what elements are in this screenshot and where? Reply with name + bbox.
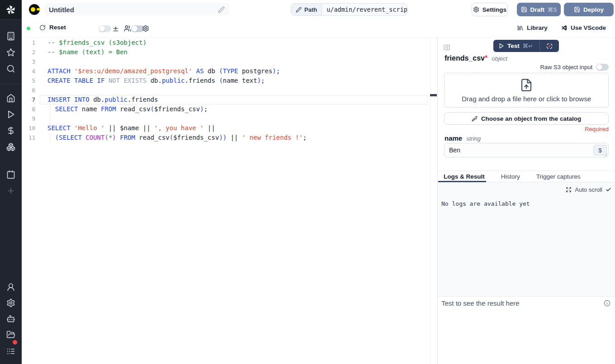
test-label: Test <box>507 43 520 49</box>
autoscroll-control[interactable]: Auto scroll <box>566 186 611 193</box>
raw-s3-row: Raw S3 object input <box>540 64 609 71</box>
tab-trigger-captures[interactable]: Trigger captures <box>536 173 581 180</box>
line-number: 2 <box>22 47 40 57</box>
arg-name-header: name string <box>445 134 481 142</box>
sidebar-item-ai-bot[interactable] <box>6 314 15 323</box>
required-badge: Required <box>585 126 609 132</box>
code-line-3[interactable]: 3 <box>22 57 430 66</box>
sidebar <box>0 0 22 364</box>
name-input[interactable] <box>445 143 589 157</box>
code-line-2[interactable]: 2-- $name (text) = Ben <box>22 47 430 57</box>
refresh-icon <box>39 24 46 31</box>
resize-grip-icon[interactable] <box>603 152 608 157</box>
pencil-icon <box>296 7 302 13</box>
file-dropzone[interactable]: Drag and drop a file here or click to br… <box>444 73 609 108</box>
logs-pane: Auto scroll No logs are available yet <box>438 182 615 296</box>
sidebar-item-folders[interactable] <box>6 330 15 339</box>
sidebar-item-resources-boxes[interactable] <box>6 142 15 151</box>
line-content <box>40 85 47 95</box>
library-button[interactable]: Library <box>517 24 548 31</box>
deploy-button[interactable]: Deploy <box>564 3 614 16</box>
sidebar-item-user[interactable] <box>6 283 15 292</box>
arg-type: string <box>466 135 481 142</box>
name-input-wrap: $ <box>444 143 609 157</box>
code-line-4[interactable]: 4ATTACH '$res:u/demo/amazed_postgresql' … <box>22 66 430 76</box>
sidebar-item-add-plus[interactable] <box>6 186 15 195</box>
script-title-field[interactable]: Untitled <box>44 3 229 16</box>
notification-dot <box>12 339 18 345</box>
check-icon <box>606 187 611 193</box>
code-line-11[interactable]: 11 (SELECT COUNT(*) FROM read_csv($frien… <box>22 133 430 142</box>
code-line-5[interactable]: 5CREATE TABLE IF NOT EXISTS db.public.fr… <box>22 76 430 85</box>
users-icon[interactable] <box>124 25 131 32</box>
editor-settings-gear-icon[interactable] <box>142 25 149 32</box>
code-line-8[interactable]: 8 SELECT name FROM read_csv($friends_csv… <box>22 104 430 114</box>
test-button[interactable]: Test ⌘↵ <box>493 40 539 52</box>
sidebar-item-schedules-calendar[interactable] <box>6 170 15 179</box>
panel-collapse-icon[interactable] <box>443 44 450 51</box>
line-number: 10 <box>22 123 40 133</box>
line-number: 1 <box>22 38 40 47</box>
code-line-6[interactable]: 6 <box>22 85 430 95</box>
arg-name: friends_csv* <box>445 54 487 62</box>
path-edit-button[interactable]: Path <box>291 4 322 15</box>
code-editor[interactable]: 1-- $friends_csv (s3object)2-- $name (te… <box>22 38 430 364</box>
info-icon[interactable] <box>604 300 610 307</box>
line-number: 11 <box>22 133 40 142</box>
reset-button[interactable]: Reset <box>39 24 66 31</box>
sidebar-item-search[interactable] <box>6 64 15 73</box>
windmill-script-editor: Untitled Path u/admin/reverent_script Se… <box>0 0 615 364</box>
raw-s3-label: Raw S3 object input <box>540 64 592 71</box>
path-label: Path <box>304 6 317 13</box>
overview-ruler-cursor-mark <box>430 94 437 96</box>
code-line-10[interactable]: 10SELECT 'Hello ' || $name || ', you hav… <box>22 123 430 133</box>
expand-icon[interactable] <box>566 187 572 193</box>
sidebar-item-variables-dollar[interactable] <box>6 126 15 135</box>
code-line-9[interactable]: 9 <box>22 114 430 123</box>
indent-guide <box>50 133 50 142</box>
sidebar-item-favorites-star[interactable] <box>6 48 15 57</box>
use-vscode-button[interactable]: Use VScode <box>561 24 606 31</box>
line-number: 6 <box>22 85 40 95</box>
line-content: (SELECT COUNT(*) FROM read_csv($friends_… <box>40 133 307 142</box>
line-content: SELECT name FROM read_csv($friends_csv); <box>40 104 208 114</box>
tab-logs-result[interactable]: Logs & Result <box>444 173 485 180</box>
code-line-7[interactable]: 7INSERT INTO db.public.friends <box>22 95 430 104</box>
sidebar-item-runs-play[interactable] <box>6 110 15 119</box>
plus-minus-label: ± <box>113 24 118 33</box>
draft-button[interactable]: Draft ⌘S <box>517 3 561 16</box>
raw-s3-toggle[interactable] <box>596 64 609 71</box>
file-upload-icon <box>520 78 533 92</box>
arg-type: object <box>492 55 507 62</box>
diff-toggle[interactable] <box>99 25 111 32</box>
capture-icon <box>546 43 553 50</box>
draft-shortcut: ⌘S <box>548 6 557 13</box>
settings-button[interactable]: Settings <box>472 3 508 16</box>
line-number: 5 <box>22 76 40 85</box>
reset-label: Reset <box>49 24 66 31</box>
topbar: Untitled Path u/admin/reverent_script Se… <box>22 0 615 19</box>
vscode-icon <box>561 24 568 31</box>
windmill-logo[interactable] <box>0 0 22 20</box>
sidebar-item-audit-logs-list[interactable] <box>6 347 15 356</box>
pipette-icon <box>472 116 478 122</box>
edit-title-pencil-icon[interactable] <box>218 6 225 13</box>
autoscroll-label: Auto scroll <box>575 186 602 193</box>
path-control[interactable]: Path u/admin/reverent_script <box>291 3 407 16</box>
sidebar-item-home[interactable] <box>6 94 15 103</box>
save-icon <box>521 6 527 13</box>
test-panel: Test ⌘↵ friends_csv* object Raw S3 objec… <box>438 38 615 364</box>
choose-object-button[interactable]: Choose an object from the catalog <box>444 112 609 125</box>
gear-icon <box>473 6 479 13</box>
sidebar-item-settings-gear[interactable] <box>6 298 15 307</box>
vscode-label: Use VScode <box>571 24 606 31</box>
code-line-1[interactable]: 1-- $friends_csv (s3object) <box>22 38 430 47</box>
required-asterisk: * <box>485 54 487 62</box>
capture-button[interactable] <box>540 40 559 52</box>
logs-empty-text: No logs are available yet <box>441 200 530 207</box>
line-number: 7 <box>22 95 40 104</box>
tab-history[interactable]: History <box>501 173 520 180</box>
choose-object-label: Choose an object from the catalog <box>481 115 581 122</box>
sidebar-item-workspace-building[interactable] <box>6 32 15 41</box>
editor-right-edge <box>430 38 430 364</box>
